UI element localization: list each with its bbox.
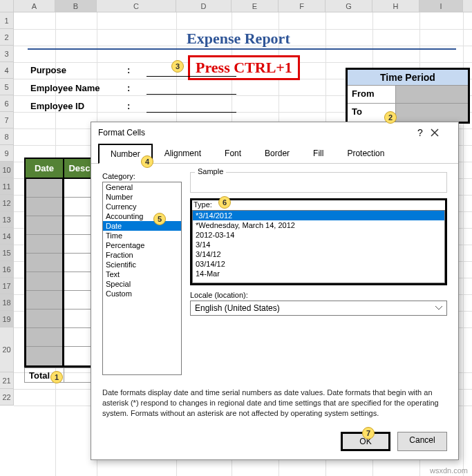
column-header[interactable]: D (176, 0, 232, 12)
close-icon (431, 128, 439, 137)
date-cell[interactable] (26, 347, 62, 365)
column-header[interactable]: G (325, 0, 372, 12)
row-header[interactable]: 9 (0, 145, 14, 162)
cancel-button[interactable]: Cancel (397, 432, 447, 451)
type-item[interactable]: 3/14/12 (193, 249, 444, 259)
to-value[interactable] (396, 104, 468, 122)
date-cell[interactable] (26, 254, 62, 272)
tab-border[interactable]: Border (253, 144, 301, 164)
row-header[interactable]: 5 (0, 79, 14, 95)
help-button[interactable]: ? (410, 127, 431, 138)
category-item[interactable]: Accounting (103, 211, 181, 221)
row-header[interactable]: 3 (0, 46, 14, 62)
type-item[interactable]: 03/14/12 (193, 259, 444, 269)
row-header[interactable]: 18 (0, 294, 14, 311)
row-header[interactable]: 10 (0, 162, 14, 178)
empid-underline (147, 112, 236, 113)
desc-cell[interactable] (64, 310, 94, 328)
label-purpose: Purpose (30, 65, 66, 75)
desc-cell[interactable] (64, 179, 94, 198)
row-header[interactable]: 21 (0, 372, 14, 389)
category-item[interactable]: Percentage (103, 240, 181, 250)
dialog-titlebar[interactable]: Format Cells ? (91, 122, 458, 143)
row-header[interactable]: 11 (0, 178, 14, 195)
date-cell[interactable] (26, 291, 62, 310)
category-item[interactable]: Fraction (103, 250, 181, 260)
close-button[interactable] (431, 128, 451, 137)
type-list[interactable]: *3/14/2012*Wednesday, March 14, 20122012… (192, 210, 445, 283)
column-header[interactable]: H (372, 0, 419, 12)
sample-legend: Sample (195, 167, 226, 175)
date-cell[interactable] (26, 198, 62, 216)
column-header[interactable]: B (55, 0, 97, 12)
type-item[interactable]: 2012-03-14 (193, 230, 444, 240)
row-header[interactable]: 15 (0, 245, 14, 261)
row-header[interactable]: 17 (0, 278, 14, 294)
row-header[interactable]: 19 (0, 311, 14, 327)
column-header[interactable]: I (419, 0, 463, 12)
tab-protection[interactable]: Protection (335, 144, 396, 164)
time-period-header: Time Period (348, 70, 468, 86)
date-cells[interactable] (24, 179, 64, 368)
category-item[interactable]: Number (103, 192, 181, 202)
row-header[interactable]: 1 (0, 12, 14, 29)
date-cell[interactable] (26, 310, 62, 328)
desc-cell[interactable] (64, 198, 94, 216)
tab-fill[interactable]: Fill (301, 144, 335, 164)
tab-alignment[interactable]: Alignment (153, 144, 213, 164)
date-cell[interactable] (26, 216, 62, 235)
date-cell[interactable] (26, 272, 62, 291)
column-header[interactable]: C (97, 0, 176, 12)
row-header[interactable]: 7 (0, 112, 14, 128)
row-header[interactable]: 4 (0, 62, 14, 79)
label-employee-name: Employee Name (30, 83, 100, 93)
tab-font[interactable]: Font (213, 144, 253, 164)
category-item[interactable]: Date (103, 221, 181, 231)
date-cell[interactable] (26, 179, 62, 198)
column-header[interactable]: F (279, 0, 325, 12)
desc-cell[interactable] (64, 347, 94, 365)
annotation-circle-6: 6 (218, 196, 231, 209)
desc-cell[interactable] (64, 235, 94, 254)
type-item[interactable]: *3/14/2012 (193, 211, 444, 220)
annotation-circle-3: 3 (171, 60, 184, 73)
row-header[interactable]: 6 (0, 95, 14, 112)
category-item[interactable]: Custom (103, 289, 181, 298)
row-header[interactable]: 12 (0, 195, 14, 211)
column-header[interactable]: E (232, 0, 279, 12)
desc-cell[interactable] (64, 291, 94, 310)
colon-2: : (127, 83, 130, 93)
desc-cell[interactable] (64, 254, 94, 272)
from-label: From (348, 86, 396, 103)
category-item[interactable]: Time (103, 231, 181, 240)
row-header[interactable]: 22 (0, 389, 14, 406)
row-header[interactable]: 16 (0, 261, 14, 278)
row-header[interactable]: 2 (0, 29, 14, 46)
row-header[interactable]: 8 (0, 128, 14, 145)
desc-cell[interactable] (64, 328, 94, 347)
column-header[interactable]: A (14, 0, 55, 12)
type-item[interactable]: 14-Mar (193, 269, 444, 278)
label-employee-id: Employee ID (30, 101, 84, 111)
category-list[interactable]: GeneralNumberCurrencyAccountingDateTimeP… (102, 182, 182, 375)
locale-select[interactable]: English (United States) (190, 301, 447, 316)
date-cell[interactable] (26, 235, 62, 254)
category-item[interactable]: Currency (103, 202, 181, 211)
category-item[interactable]: General (103, 182, 181, 192)
category-label: Category: (102, 172, 182, 180)
category-item[interactable]: Text (103, 269, 181, 279)
desc-cell[interactable] (64, 272, 94, 291)
category-item[interactable]: Special (103, 279, 181, 289)
row-header[interactable]: 20 (0, 327, 14, 372)
from-value[interactable] (396, 86, 468, 103)
desc-cell[interactable] (64, 216, 94, 235)
row-header[interactable]: 14 (0, 228, 14, 245)
type-item[interactable]: 3/14 (193, 240, 444, 249)
chevron-down-icon (435, 306, 442, 310)
row-header[interactable]: 13 (0, 211, 14, 228)
type-item[interactable]: *Wednesday, March 14, 2012 (193, 220, 444, 230)
date-cell[interactable] (26, 328, 62, 347)
category-item[interactable]: Scientific (103, 260, 181, 269)
annotation-circle-5: 5 (153, 213, 166, 225)
annotation-circle-2: 2 (384, 111, 397, 124)
